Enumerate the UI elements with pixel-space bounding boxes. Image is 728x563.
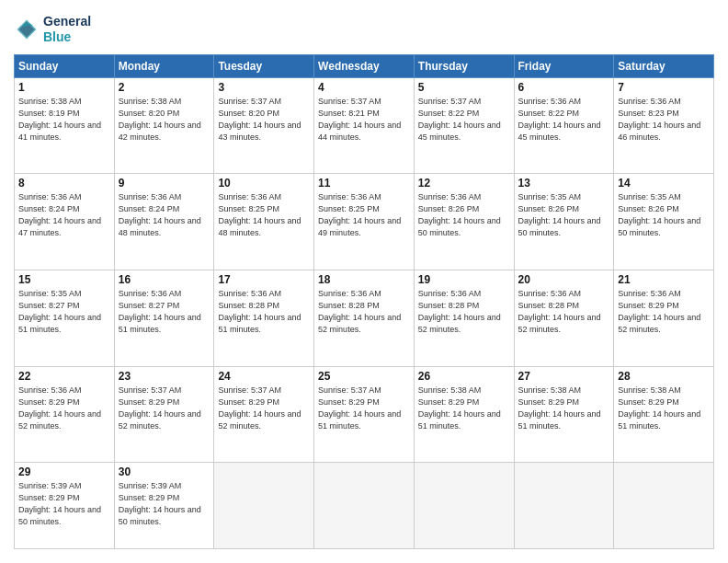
- day-of-week-header: Saturday: [614, 54, 714, 77]
- day-number: 2: [119, 81, 210, 94]
- day-of-week-header: Sunday: [15, 54, 115, 77]
- calendar-cell: 11 Sunrise: 5:36 AM Sunset: 8:25 PM Dayl…: [314, 174, 415, 270]
- day-info: Sunrise: 5:36 AM Sunset: 8:29 PM Dayligh…: [18, 385, 110, 432]
- day-info: Sunrise: 5:36 AM Sunset: 8:28 PM Dayligh…: [418, 288, 510, 336]
- day-number: 17: [218, 273, 310, 286]
- day-info: Sunrise: 5:36 AM Sunset: 8:23 PM Dayligh…: [618, 96, 710, 144]
- day-number: 13: [518, 177, 610, 190]
- day-number: 30: [119, 465, 210, 478]
- calendar-cell: 5 Sunrise: 5:37 AM Sunset: 8:22 PM Dayli…: [414, 77, 514, 174]
- day-info: Sunrise: 5:39 AM Sunset: 8:29 PM Dayligh…: [119, 480, 210, 528]
- calendar-cell: 20 Sunrise: 5:36 AM Sunset: 8:28 PM Dayl…: [514, 270, 614, 366]
- day-number: 27: [518, 370, 610, 383]
- day-number: 25: [318, 370, 410, 383]
- day-number: 10: [218, 177, 310, 190]
- day-info: Sunrise: 5:36 AM Sunset: 8:25 PM Dayligh…: [218, 191, 310, 239]
- day-info: Sunrise: 5:38 AM Sunset: 8:29 PM Dayligh…: [418, 385, 510, 432]
- day-info: Sunrise: 5:35 AM Sunset: 8:27 PM Dayligh…: [18, 288, 110, 336]
- day-number: 1: [18, 81, 110, 94]
- day-of-week-header: Wednesday: [314, 54, 415, 77]
- calendar-cell: [414, 463, 514, 549]
- day-of-week-header: Thursday: [414, 54, 514, 77]
- day-number: 24: [218, 370, 310, 383]
- day-number: 29: [18, 465, 110, 478]
- calendar-cell: 17 Sunrise: 5:36 AM Sunset: 8:28 PM Dayl…: [214, 270, 314, 366]
- day-info: Sunrise: 5:37 AM Sunset: 8:21 PM Dayligh…: [318, 96, 410, 144]
- day-info: Sunrise: 5:37 AM Sunset: 8:22 PM Dayligh…: [418, 96, 510, 144]
- day-info: Sunrise: 5:36 AM Sunset: 8:22 PM Dayligh…: [518, 96, 610, 144]
- day-number: 16: [119, 273, 210, 286]
- day-info: Sunrise: 5:36 AM Sunset: 8:26 PM Dayligh…: [418, 191, 510, 239]
- day-number: 18: [318, 273, 410, 286]
- day-number: 8: [18, 177, 110, 190]
- logo-text: General Blue: [43, 14, 91, 45]
- calendar-cell: 18 Sunrise: 5:36 AM Sunset: 8:28 PM Dayl…: [314, 270, 415, 366]
- calendar-cell: 26 Sunrise: 5:38 AM Sunset: 8:29 PM Dayl…: [414, 366, 514, 463]
- calendar-table: SundayMondayTuesdayWednesdayThursdayFrid…: [14, 54, 714, 549]
- day-number: 11: [318, 177, 410, 190]
- day-number: 20: [518, 273, 610, 286]
- calendar-cell: 22 Sunrise: 5:36 AM Sunset: 8:29 PM Dayl…: [15, 366, 115, 463]
- calendar-cell: 2 Sunrise: 5:38 AM Sunset: 8:20 PM Dayli…: [114, 77, 214, 174]
- day-info: Sunrise: 5:35 AM Sunset: 8:26 PM Dayligh…: [518, 191, 610, 239]
- day-info: Sunrise: 5:38 AM Sunset: 8:29 PM Dayligh…: [618, 385, 710, 432]
- calendar-cell: 9 Sunrise: 5:36 AM Sunset: 8:24 PM Dayli…: [114, 174, 214, 270]
- day-info: Sunrise: 5:36 AM Sunset: 8:27 PM Dayligh…: [119, 288, 210, 336]
- day-number: 21: [618, 273, 710, 286]
- day-number: 4: [318, 81, 410, 94]
- calendar-cell: 21 Sunrise: 5:36 AM Sunset: 8:29 PM Dayl…: [614, 270, 714, 366]
- day-info: Sunrise: 5:36 AM Sunset: 8:28 PM Dayligh…: [318, 288, 410, 336]
- day-number: 15: [18, 273, 110, 286]
- calendar-cell: 12 Sunrise: 5:36 AM Sunset: 8:26 PM Dayl…: [414, 174, 514, 270]
- day-info: Sunrise: 5:37 AM Sunset: 8:20 PM Dayligh…: [218, 96, 310, 144]
- calendar-cell: 25 Sunrise: 5:37 AM Sunset: 8:29 PM Dayl…: [314, 366, 415, 463]
- day-info: Sunrise: 5:38 AM Sunset: 8:19 PM Dayligh…: [18, 96, 110, 144]
- day-of-week-header: Tuesday: [214, 54, 314, 77]
- calendar-cell: 13 Sunrise: 5:35 AM Sunset: 8:26 PM Dayl…: [514, 174, 614, 270]
- logo: General Blue: [14, 14, 91, 45]
- day-number: 5: [418, 81, 510, 94]
- calendar-cell: 30 Sunrise: 5:39 AM Sunset: 8:29 PM Dayl…: [114, 463, 214, 549]
- calendar-cell: 7 Sunrise: 5:36 AM Sunset: 8:23 PM Dayli…: [614, 77, 714, 174]
- calendar-cell: 3 Sunrise: 5:37 AM Sunset: 8:20 PM Dayli…: [214, 77, 314, 174]
- day-number: 14: [618, 177, 710, 190]
- day-number: 7: [618, 81, 710, 94]
- day-info: Sunrise: 5:36 AM Sunset: 8:24 PM Dayligh…: [119, 191, 210, 239]
- day-number: 28: [618, 370, 710, 383]
- day-info: Sunrise: 5:36 AM Sunset: 8:28 PM Dayligh…: [218, 288, 310, 336]
- day-number: 26: [418, 370, 510, 383]
- calendar-cell: 28 Sunrise: 5:38 AM Sunset: 8:29 PM Dayl…: [614, 366, 714, 463]
- calendar-cell: 29 Sunrise: 5:39 AM Sunset: 8:29 PM Dayl…: [15, 463, 115, 549]
- calendar-cell: [314, 463, 415, 549]
- day-of-week-header: Friday: [514, 54, 614, 77]
- calendar-cell: 14 Sunrise: 5:35 AM Sunset: 8:26 PM Dayl…: [614, 174, 714, 270]
- day-info: Sunrise: 5:39 AM Sunset: 8:29 PM Dayligh…: [18, 480, 110, 528]
- day-info: Sunrise: 5:37 AM Sunset: 8:29 PM Dayligh…: [218, 385, 310, 432]
- day-number: 22: [18, 370, 110, 383]
- calendar-cell: 23 Sunrise: 5:37 AM Sunset: 8:29 PM Dayl…: [114, 366, 214, 463]
- day-info: Sunrise: 5:36 AM Sunset: 8:24 PM Dayligh…: [18, 191, 110, 239]
- calendar-cell: 24 Sunrise: 5:37 AM Sunset: 8:29 PM Dayl…: [214, 366, 314, 463]
- day-of-week-header: Monday: [114, 54, 214, 77]
- day-info: Sunrise: 5:36 AM Sunset: 8:28 PM Dayligh…: [518, 288, 610, 336]
- day-info: Sunrise: 5:38 AM Sunset: 8:20 PM Dayligh…: [119, 96, 210, 144]
- calendar-cell: 1 Sunrise: 5:38 AM Sunset: 8:19 PM Dayli…: [15, 77, 115, 174]
- day-info: Sunrise: 5:38 AM Sunset: 8:29 PM Dayligh…: [518, 385, 610, 432]
- calendar-cell: [514, 463, 614, 549]
- day-number: 12: [418, 177, 510, 190]
- logo-icon: [14, 17, 40, 42]
- day-number: 6: [518, 81, 610, 94]
- calendar-cell: 6 Sunrise: 5:36 AM Sunset: 8:22 PM Dayli…: [514, 77, 614, 174]
- day-info: Sunrise: 5:37 AM Sunset: 8:29 PM Dayligh…: [119, 385, 210, 432]
- calendar-cell: 16 Sunrise: 5:36 AM Sunset: 8:27 PM Dayl…: [114, 270, 214, 366]
- calendar-cell: [614, 463, 714, 549]
- header: General Blue: [14, 14, 714, 45]
- calendar-cell: 27 Sunrise: 5:38 AM Sunset: 8:29 PM Dayl…: [514, 366, 614, 463]
- day-info: Sunrise: 5:35 AM Sunset: 8:26 PM Dayligh…: [618, 191, 710, 239]
- calendar-cell: [214, 463, 314, 549]
- day-number: 9: [119, 177, 210, 190]
- day-number: 23: [119, 370, 210, 383]
- day-number: 3: [218, 81, 310, 94]
- day-info: Sunrise: 5:36 AM Sunset: 8:25 PM Dayligh…: [318, 191, 410, 239]
- calendar-cell: 4 Sunrise: 5:37 AM Sunset: 8:21 PM Dayli…: [314, 77, 415, 174]
